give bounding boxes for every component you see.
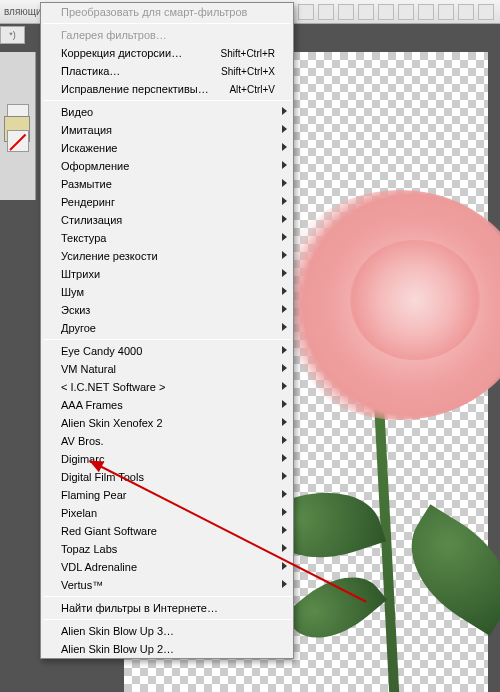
menu-item-label: Оформление [61,160,275,172]
menu-item[interactable]: Topaz Labs [41,540,293,558]
menu-item[interactable]: < I.C.NET Software > [41,378,293,396]
menu-item[interactable]: Пластика…Shift+Ctrl+X [41,62,293,80]
menu-item[interactable]: Размытие [41,175,293,193]
align-icon[interactable] [338,4,354,20]
submenu-arrow-icon [282,305,287,313]
menu-item[interactable]: Усиление резкости [41,247,293,265]
menu-separator [43,619,291,620]
menu-item-label: Имитация [61,124,275,136]
distribute-icon[interactable] [418,4,434,20]
submenu-arrow-icon [282,508,287,516]
menu-item[interactable]: Другое [41,319,293,337]
align-icon[interactable] [318,4,334,20]
align-icon[interactable] [378,4,394,20]
document-tab-label: *) [9,30,16,40]
menu-item-label: Digital Film Tools [61,471,275,483]
menu-item-label: Vertus™ [61,579,275,591]
menu-item-label: Штрихи [61,268,275,280]
menu-item[interactable]: Рендеринг [41,193,293,211]
menu-item[interactable]: Штрихи [41,265,293,283]
menu-item-label: Размытие [61,178,275,190]
menu-item-label: Flaming Pear [61,489,275,501]
menu-item[interactable]: Vertus™ [41,576,293,594]
menu-item[interactable]: Pixelan [41,504,293,522]
distribute-icon[interactable] [458,4,474,20]
submenu-arrow-icon [282,364,287,372]
menu-item-label: Стилизация [61,214,275,226]
menu-item-label: Найти фильтры в Интернете… [61,602,275,614]
document-tab[interactable]: *) [0,26,25,44]
menu-item[interactable]: Видео [41,103,293,121]
menu-item-label: AV Bros. [61,435,275,447]
menu-item[interactable]: Исправление перспективы…Alt+Ctrl+V [41,80,293,98]
menu-item[interactable]: AV Bros. [41,432,293,450]
menu-item-label: Topaz Labs [61,543,275,555]
menu-item-shortcut: Shift+Ctrl+X [221,66,275,77]
submenu-arrow-icon [282,544,287,552]
menu-item[interactable]: Эскиз [41,301,293,319]
align-icon[interactable] [298,4,314,20]
menu-item[interactable]: Digimarc [41,450,293,468]
menu-item[interactable]: Текстура [41,229,293,247]
submenu-arrow-icon [282,143,287,151]
menu-item-label: Эскиз [61,304,275,316]
menu-separator [43,23,291,24]
menu-separator [43,596,291,597]
submenu-arrow-icon [282,107,287,115]
menu-item[interactable]: Искажение [41,139,293,157]
submenu-arrow-icon [282,251,287,259]
submenu-arrow-icon [282,179,287,187]
menu-item-label: AAA Frames [61,399,275,411]
menu-item-label: Пластика… [61,65,211,77]
submenu-arrow-icon [282,125,287,133]
menu-item[interactable]: Найти фильтры в Интернете… [41,599,293,617]
menu-item[interactable]: Red Giant Software [41,522,293,540]
menu-item-label: Red Giant Software [61,525,275,537]
menu-item[interactable]: Стилизация [41,211,293,229]
menu-item[interactable]: VM Natural [41,360,293,378]
menu-item-label: Шум [61,286,275,298]
distribute-icon[interactable] [398,4,414,20]
tools-panel [0,52,36,200]
submenu-arrow-icon [282,436,287,444]
submenu-arrow-icon [282,382,287,390]
submenu-arrow-icon [282,472,287,480]
menu-item-label: Исправление перспективы… [61,83,219,95]
menu-item[interactable]: Alien Skin Xenofex 2 [41,414,293,432]
menu-separator [43,339,291,340]
tool-button[interactable] [7,130,29,152]
menu-item[interactable]: Оформление [41,157,293,175]
filter-menu-dropdown: Преобразовать для смарт-фильтровГалерея … [40,2,294,659]
menu-item[interactable]: Шум [41,283,293,301]
menu-item-label: Eye Candy 4000 [61,345,275,357]
menu-item[interactable]: Коррекция дисторсии…Shift+Ctrl+R [41,44,293,62]
menu-item-label: Pixelan [61,507,275,519]
menu-item-label: Alien Skin Blow Up 2… [61,643,275,655]
menu-item[interactable]: Alien Skin Blow Up 2… [41,640,293,658]
menu-item-label: Alien Skin Xenofex 2 [61,417,275,429]
menu-item-label: Искажение [61,142,275,154]
submenu-arrow-icon [282,233,287,241]
menu-item[interactable]: VDL Adrenaline [41,558,293,576]
submenu-arrow-icon [282,526,287,534]
menu-item[interactable]: Eye Candy 4000 [41,342,293,360]
distribute-icon[interactable] [478,4,494,20]
align-icon[interactable] [358,4,374,20]
menu-item[interactable]: Digital Film Tools [41,468,293,486]
submenu-arrow-icon [282,562,287,570]
submenu-arrow-icon [282,269,287,277]
menu-item: Галерея фильтров… [41,26,293,44]
menu-item[interactable]: Имитация [41,121,293,139]
menu-item[interactable]: AAA Frames [41,396,293,414]
distribute-icon[interactable] [438,4,454,20]
menu-item[interactable]: Flaming Pear [41,486,293,504]
submenu-arrow-icon [282,490,287,498]
submenu-arrow-icon [282,197,287,205]
menu-item-label: Преобразовать для смарт-фильтров [61,6,275,18]
submenu-arrow-icon [282,418,287,426]
menu-item[interactable]: Alien Skin Blow Up 3… [41,622,293,640]
menu-item-label: Digimarc [61,453,275,465]
menu-item-shortcut: Alt+Ctrl+V [229,84,275,95]
menu-item-label: Галерея фильтров… [61,29,275,41]
submenu-arrow-icon [282,161,287,169]
